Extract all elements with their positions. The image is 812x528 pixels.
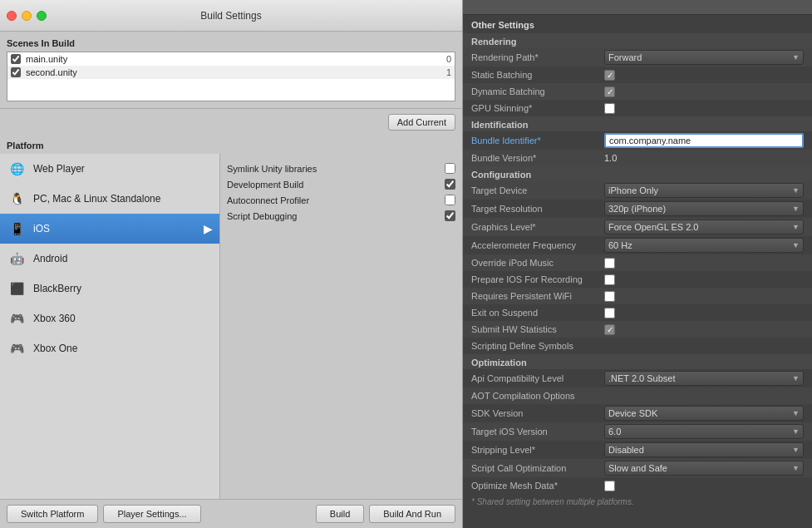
platform-label: Platform bbox=[0, 136, 462, 154]
rp-label-bundle-id: Bundle Identifier* bbox=[471, 136, 604, 146]
rp-row-prepare-ios: Prepare IOS For Recording bbox=[463, 271, 812, 288]
optimize-mesh-checkbox[interactable] bbox=[604, 481, 615, 491]
platform-item-xbox360[interactable]: 🎮 Xbox 360 bbox=[0, 303, 219, 333]
rendering-path-arrow: ▼ bbox=[792, 53, 800, 62]
rp-label-script-call-opt: Script Call Optimization bbox=[471, 463, 604, 473]
submit-hw-checkbox[interactable]: ✓ bbox=[604, 324, 615, 335]
dynamic-batching-checkbox[interactable]: ✓ bbox=[604, 86, 615, 97]
rp-row-persistent-wifi: Requires Persistent WiFi bbox=[463, 288, 812, 304]
rp-label-graphics-level: Graphics Level* bbox=[471, 222, 604, 232]
rp-row-scripting-define: Scripting Define Symbols bbox=[463, 338, 812, 354]
rp-row-aot-options: AOT Compilation Options bbox=[463, 387, 812, 404]
rp-label-submit-hw: Submit HW Statistics bbox=[471, 324, 604, 334]
rp-row-api-compat: Api Compatibility Level .NET 2.0 Subset … bbox=[463, 369, 812, 387]
platform-item-xboxone[interactable]: 🎮 Xbox One bbox=[0, 333, 219, 363]
platform-label-android: Android bbox=[33, 253, 67, 264]
platform-item-ios[interactable]: 📱 iOS ▶ bbox=[0, 214, 219, 244]
left-btn-group: Switch Platform Player Settings... bbox=[7, 505, 201, 523]
close-button[interactable] bbox=[7, 11, 17, 21]
ps-label-symlink: Symlink Unity libraries bbox=[227, 164, 445, 174]
scene-num-main: 0 bbox=[446, 54, 451, 64]
switch-platform-button[interactable]: Switch Platform bbox=[7, 505, 98, 523]
rp-label-target-resolution: Target Resolution bbox=[471, 204, 604, 214]
title-bar: Build Settings bbox=[0, 0, 462, 32]
blackberry-icon: ⬛ bbox=[7, 279, 27, 299]
right-panel: Other Settings Rendering Rendering Path*… bbox=[463, 0, 812, 528]
persistent-wifi-checkbox[interactable] bbox=[604, 291, 615, 302]
bundle-identifier-input[interactable] bbox=[604, 133, 804, 148]
accel-freq-dropdown[interactable]: 60 Hz ▼ bbox=[604, 238, 804, 253]
rp-label-bundle-version: Bundle Version* bbox=[471, 153, 604, 163]
gpu-skinning-checkbox[interactable] bbox=[604, 103, 615, 114]
platform-item-blackberry[interactable]: ⬛ BlackBerry bbox=[0, 274, 219, 303]
rp-label-gpu-skinning: GPU Skinning* bbox=[471, 103, 604, 113]
ps-check-autoconnect[interactable] bbox=[445, 195, 455, 205]
prepare-ios-checkbox[interactable] bbox=[604, 274, 615, 285]
sdk-version-arrow: ▼ bbox=[792, 409, 800, 417]
ps-check-scriptdbg[interactable] bbox=[445, 210, 455, 221]
rendering-path-dropdown[interactable]: Forward ▼ bbox=[604, 50, 804, 65]
configuration-title: Configuration bbox=[463, 166, 812, 181]
accel-freq-arrow: ▼ bbox=[792, 241, 800, 249]
target-resolution-dropdown[interactable]: 320p (iPhone) ▼ bbox=[604, 201, 804, 216]
build-and-run-button[interactable]: Build And Run bbox=[369, 505, 455, 523]
api-compat-value: .NET 2.0 Subset bbox=[608, 373, 676, 383]
rp-label-sdk-version: SDK Version bbox=[471, 408, 604, 418]
exit-suspend-checkbox[interactable] bbox=[604, 308, 615, 318]
scene-checkbox-main[interactable] bbox=[11, 54, 21, 64]
target-ios-arrow: ▼ bbox=[792, 427, 800, 436]
build-button[interactable]: Build bbox=[316, 505, 364, 523]
ps-check-devbuild[interactable] bbox=[445, 179, 455, 190]
ps-check-symlink[interactable] bbox=[445, 163, 455, 174]
platform-item-pc-mac[interactable]: 🐧 PC, Mac & Linux Standalone bbox=[0, 184, 219, 214]
rp-label-target-device: Target Device bbox=[471, 185, 604, 195]
rp-label-prepare-ios: Prepare IOS For Recording bbox=[471, 274, 604, 284]
pc-mac-icon: 🐧 bbox=[7, 189, 27, 209]
rp-label-ipod-music: Override iPod Music bbox=[471, 258, 604, 268]
target-device-dropdown[interactable]: iPhone Only ▼ bbox=[604, 183, 804, 198]
top-strip bbox=[463, 0, 812, 15]
scene-name-second: second.unity bbox=[26, 67, 446, 77]
platform-settings: Symlink Unity libraries Development Buil… bbox=[220, 154, 462, 499]
right-btn-group: Build Build And Run bbox=[316, 505, 455, 523]
sdk-version-dropdown[interactable]: Device SDK ▼ bbox=[604, 406, 804, 421]
player-settings-button[interactable]: Player Settings... bbox=[103, 505, 200, 523]
minimize-button[interactable] bbox=[22, 11, 32, 21]
target-ios-dropdown[interactable]: 6.0 ▼ bbox=[604, 424, 804, 439]
scene-name-main: main.unity bbox=[26, 54, 446, 64]
scenes-section: Scenes In Build main.unity 0 second.unit… bbox=[0, 32, 462, 109]
static-batching-checkbox[interactable]: ✓ bbox=[604, 70, 615, 81]
platform-item-android[interactable]: 🤖 Android bbox=[0, 244, 219, 274]
sdk-version-value: Device SDK bbox=[608, 408, 657, 418]
add-current-button[interactable]: Add Current bbox=[388, 114, 455, 131]
ipod-music-checkbox[interactable] bbox=[604, 258, 615, 269]
script-call-opt-arrow: ▼ bbox=[792, 464, 800, 472]
scenes-header: Scenes In Build bbox=[7, 38, 455, 48]
target-device-arrow: ▼ bbox=[792, 186, 800, 195]
rp-label-static-batching: Static Batching bbox=[471, 70, 604, 80]
rp-row-submit-hw: Submit HW Statistics ✓ bbox=[463, 321, 812, 338]
rp-section-title: Other Settings bbox=[463, 15, 812, 33]
rp-row-graphics-level: Graphics Level* Force OpenGL ES 2.0 ▼ bbox=[463, 218, 812, 236]
rp-row-rendering-path: Rendering Path* Forward ▼ bbox=[463, 48, 812, 67]
api-compat-dropdown[interactable]: .NET 2.0 Subset ▼ bbox=[604, 371, 804, 386]
graphics-level-dropdown[interactable]: Force OpenGL ES 2.0 ▼ bbox=[604, 220, 804, 234]
target-device-value: iPhone Only bbox=[608, 185, 658, 195]
xbox360-icon: 🎮 bbox=[7, 308, 27, 328]
rp-label-api-compat: Api Compatibility Level bbox=[471, 373, 604, 383]
scene-item-second[interactable]: second.unity 1 bbox=[7, 66, 455, 79]
identification-title: Identification bbox=[463, 116, 812, 131]
maximize-button[interactable] bbox=[37, 11, 47, 21]
stripping-level-dropdown[interactable]: Disabled ▼ bbox=[604, 442, 804, 457]
rendering-title: Rendering bbox=[463, 33, 812, 48]
rp-label-accel-freq: Accelerometer Frequency bbox=[471, 240, 604, 250]
graphics-level-value: Force OpenGL ES 2.0 bbox=[608, 222, 698, 232]
scene-checkbox-second[interactable] bbox=[11, 67, 21, 77]
rp-row-static-batching: Static Batching ✓ bbox=[463, 67, 812, 83]
rp-row-bundle-id: Bundle Identifier* bbox=[463, 131, 812, 150]
rp-row-sdk-version: SDK Version Device SDK ▼ bbox=[463, 404, 812, 422]
platform-item-web-player[interactable]: 🌐 Web Player bbox=[0, 154, 219, 184]
ps-label-autoconnect: Autoconnect Profiler bbox=[227, 195, 445, 205]
script-call-opt-dropdown[interactable]: Slow and Safe ▼ bbox=[604, 461, 804, 476]
scene-item-main[interactable]: main.unity 0 bbox=[7, 52, 455, 66]
